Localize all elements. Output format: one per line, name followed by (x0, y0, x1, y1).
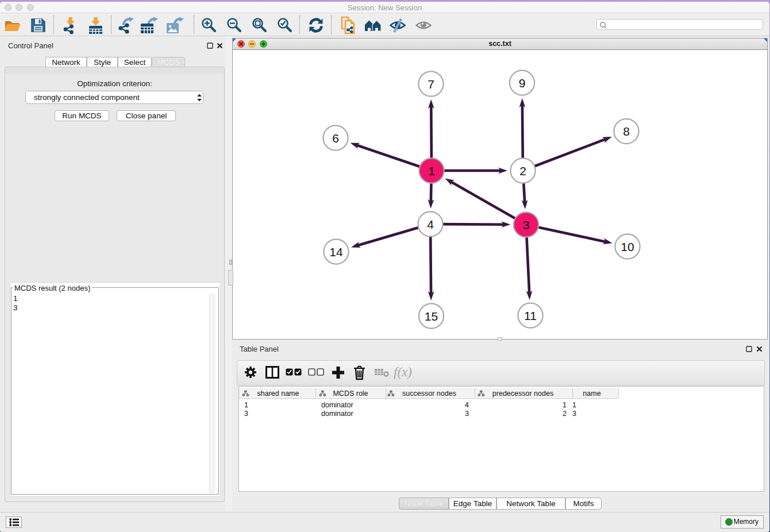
svg-text:15: 15 (425, 310, 438, 323)
svg-text:11: 11 (524, 309, 537, 322)
svg-text:14: 14 (329, 245, 343, 259)
svg-text:6: 6 (332, 132, 339, 145)
svg-text:10: 10 (621, 240, 634, 253)
svg-text:1: 1 (428, 164, 435, 178)
svg-text:3: 3 (523, 218, 530, 232)
svg-text:7: 7 (428, 78, 434, 91)
svg-text:f(x): f(x) (394, 365, 412, 379)
svg-text:8: 8 (623, 125, 630, 138)
svg-text:2: 2 (519, 164, 526, 178)
svg-text:4: 4 (427, 218, 434, 231)
svg-text:9: 9 (519, 76, 526, 90)
